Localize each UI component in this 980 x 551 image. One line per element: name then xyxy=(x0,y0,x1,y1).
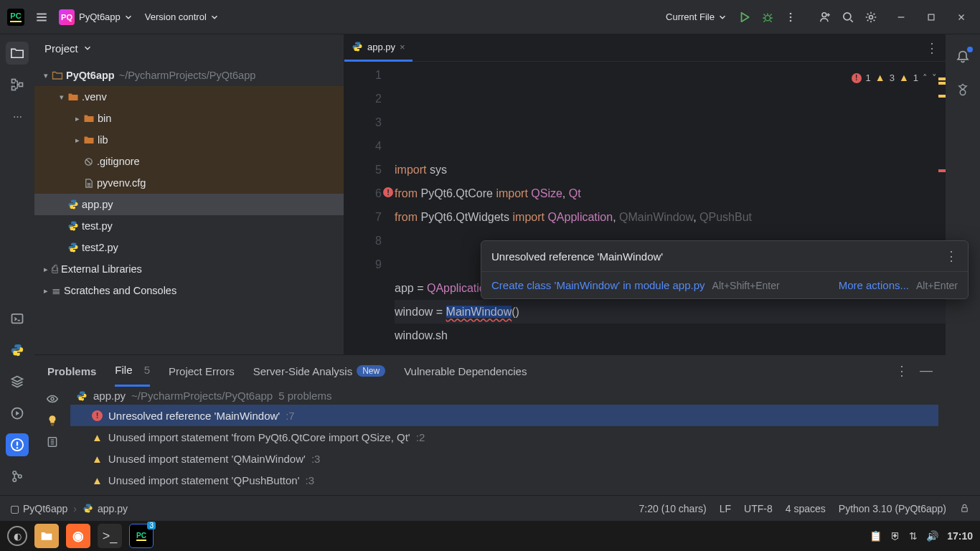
project-panel: Project ▾ PyQt6app ~/PycharmProjects/PyQ… xyxy=(34,34,344,354)
inspection-summary[interactable]: !1 ▲3 ▲1 ˄ ˅ xyxy=(852,66,937,90)
more-actions-link[interactable]: More actions... xyxy=(839,279,909,291)
window-close[interactable] xyxy=(950,6,973,29)
breadcrumb-root[interactable]: ▢ PyQt6app xyxy=(10,503,67,514)
ide-logo: PC xyxy=(7,9,24,26)
problem-item[interactable]: ▲Unused import statement 'QPushButton' :… xyxy=(70,469,938,491)
tab-file[interactable]: File 5 xyxy=(115,355,150,387)
tree-venv[interactable]: ▾ .venv xyxy=(34,86,344,108)
tree-file-test[interactable]: test.py xyxy=(34,215,344,237)
readonly-lock-icon[interactable] xyxy=(959,503,970,514)
prev-highlight-icon[interactable]: ˄ xyxy=(923,66,928,90)
problems-sidebar xyxy=(34,387,70,496)
status-bar: ▢ PyQt6app › app.py 7:20 (10 chars) LF U… xyxy=(0,495,980,521)
services-tool-button[interactable] xyxy=(6,402,29,425)
highlight-toggle-icon[interactable] xyxy=(46,392,59,405)
taskbar-files[interactable] xyxy=(34,524,59,548)
tab-project-errors[interactable]: Project Errors xyxy=(169,355,235,387)
problem-item[interactable]: ▲Unused import statement 'from PyQt6.QtC… xyxy=(70,426,938,448)
status-encoding[interactable]: UTF-8 xyxy=(744,503,773,514)
more-tools-button[interactable]: ⋯ xyxy=(6,105,29,128)
status-indent[interactable]: 4 spaces xyxy=(786,503,826,514)
warning-icon: ▲ xyxy=(875,66,885,90)
problems-tool-button[interactable] xyxy=(6,433,29,456)
close-tab-icon[interactable]: × xyxy=(400,42,405,52)
window-minimize[interactable] xyxy=(890,6,913,29)
problems-tabs: Problems File 5 Project Errors Server-Si… xyxy=(34,355,946,387)
preview-icon[interactable] xyxy=(46,435,59,448)
tree-scratches[interactable]: ▸≣ Scratches and Consoles xyxy=(34,280,344,301)
titlebar: PC PQ PyQt6app Version control Current F… xyxy=(0,0,980,34)
run-button[interactable] xyxy=(733,6,756,29)
error-icon: ! xyxy=(852,73,862,83)
taskbar-firefox[interactable]: ◉ xyxy=(66,524,90,548)
intention-action-link[interactable]: Create class 'MainWindow' in module app.… xyxy=(491,279,705,291)
intention-title: Unresolved reference 'MainWindow' xyxy=(491,250,663,263)
tab-server-analysis[interactable]: Server-Side AnalysisNew xyxy=(253,355,385,387)
intention-popup: Unresolved reference 'MainWindow' ⋮ Crea… xyxy=(481,240,969,299)
tree-file-test2[interactable]: test2.py xyxy=(34,237,344,258)
project-badge: PQ xyxy=(59,9,75,25)
editor-tab-app[interactable]: app.py × xyxy=(344,34,413,62)
project-panel-header[interactable]: Project xyxy=(34,34,344,62)
tab-problems-title: Problems xyxy=(47,355,96,387)
taskbar-pycharm[interactable]: 3 PC xyxy=(129,524,154,548)
tray-network-icon[interactable]: ⇅ xyxy=(909,530,918,542)
project-tool-button[interactable] xyxy=(6,42,29,65)
project-tree: ▾ PyQt6app ~/PycharmProjects/PyQt6app ▾ … xyxy=(34,62,344,304)
main-menu-button[interactable] xyxy=(30,6,53,29)
notifications-button[interactable] xyxy=(951,45,974,68)
problem-item[interactable]: !Unresolved reference 'MainWindow' :7 xyxy=(70,405,938,426)
tree-gitignore[interactable]: .gitignore xyxy=(34,151,344,172)
intention-bulb-icon[interactable] xyxy=(46,414,59,427)
debug-button[interactable] xyxy=(756,6,779,29)
more-run-button[interactable] xyxy=(779,6,802,29)
problems-panel: Problems File 5 Project Errors Server-Si… xyxy=(34,354,946,495)
tray-volume-icon[interactable]: 🔊 xyxy=(926,530,938,542)
left-tool-strip: ⋯ xyxy=(0,34,34,495)
intention-more-icon[interactable]: ⋮ xyxy=(945,248,958,264)
tree-file-app[interactable]: app.py xyxy=(34,194,344,215)
tree-root[interactable]: ▾ PyQt6app ~/PycharmProjects/PyQt6app xyxy=(34,65,344,86)
tray-clipboard-icon[interactable]: 📋 xyxy=(870,530,882,542)
status-interpreter[interactable]: Python 3.10 (PyQt6app) xyxy=(839,503,946,514)
problems-options-icon[interactable]: ⋮ xyxy=(895,363,908,379)
tree-lib[interactable]: ▸ lib xyxy=(34,129,344,151)
problems-hide-icon[interactable]: — xyxy=(920,363,933,379)
vcs-tool-button[interactable] xyxy=(6,465,29,488)
status-cursor-pos[interactable]: 7:20 (10 chars) xyxy=(639,503,707,514)
window-maximize[interactable] xyxy=(920,6,943,29)
terminal-tool-button[interactable] xyxy=(6,307,29,330)
weak-warning-icon: ▲ xyxy=(899,66,909,90)
next-highlight-icon[interactable]: ˅ xyxy=(932,66,937,90)
problem-item[interactable]: ▲Unused import statement 'QMainWindow' :… xyxy=(70,448,938,469)
project-selector[interactable]: PQ PyQt6app xyxy=(53,6,139,28)
status-line-sep[interactable]: LF xyxy=(720,503,731,514)
more-actions-shortcut: Alt+Enter xyxy=(916,280,958,291)
code-editor[interactable]: 1 2 3 4 5 6 7 8 9 ! !1 ▲3 ▲1 ˄ ˅ import … xyxy=(344,62,946,354)
tab-vulnerable-deps[interactable]: Vulnerable Dependencies xyxy=(404,355,527,387)
editor-tab-more[interactable]: ⋮ xyxy=(925,40,946,56)
tray-shield-icon[interactable]: ⛨ xyxy=(890,530,900,542)
tree-bin[interactable]: ▸ bin xyxy=(34,108,344,129)
tray-clock[interactable]: 17:10 xyxy=(947,530,973,542)
structure-tool-button[interactable] xyxy=(6,73,29,96)
problems-file-header[interactable]: app.py ~/PycharmProjects/PyQt6app 5 prob… xyxy=(70,387,938,405)
search-everywhere-button[interactable] xyxy=(837,6,859,29)
run-config-selector[interactable]: Current File xyxy=(660,9,733,25)
python-packages-button[interactable] xyxy=(6,370,29,393)
taskbar-terminal[interactable]: >_ xyxy=(98,524,122,548)
tree-pyvenv[interactable]: pyvenv.cfg xyxy=(34,172,344,194)
breadcrumb-file[interactable]: app.py xyxy=(83,503,128,514)
python-console-button[interactable] xyxy=(6,339,29,362)
editor-tabs: app.py × ⋮ xyxy=(344,34,946,62)
problems-list: app.py ~/PycharmProjects/PyQt6app 5 prob… xyxy=(70,387,946,496)
vcs-selector[interactable]: Version control xyxy=(139,9,225,25)
tree-external-libs[interactable]: ▸⎙ External Libraries xyxy=(34,258,344,280)
code-with-me-button[interactable] xyxy=(814,6,837,29)
os-menu-button[interactable]: ◐ xyxy=(7,526,27,546)
os-taskbar: ◐ ◉ >_ 3 PC 📋 ⛨ ⇅ 🔊 17:10 xyxy=(0,521,980,551)
intention-action-shortcut: Alt+Shift+Enter xyxy=(712,280,780,291)
editor-area: app.py × ⋮ 1 2 3 4 5 6 7 8 9 ! !1 ▲3 ▲1 … xyxy=(344,34,946,354)
settings-button[interactable] xyxy=(859,6,882,29)
